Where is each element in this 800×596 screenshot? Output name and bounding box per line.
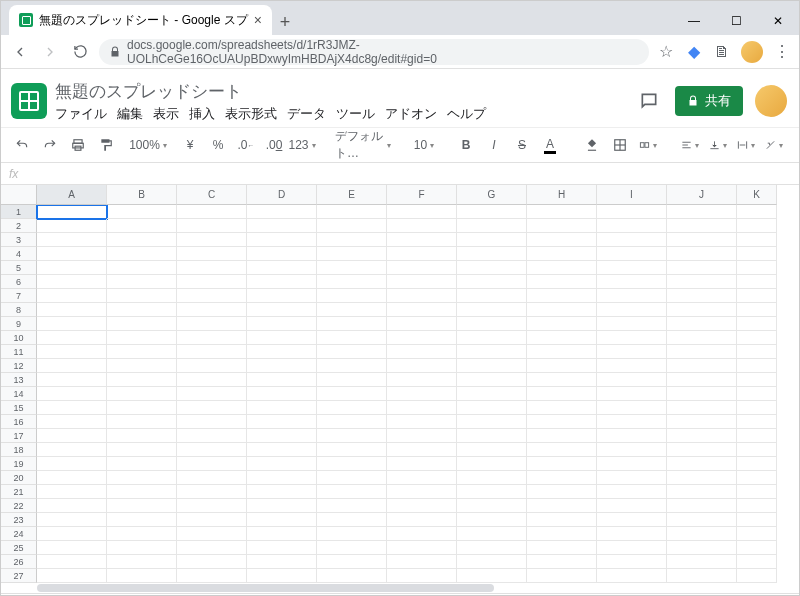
cell[interactable] (527, 569, 597, 583)
profile-avatar[interactable] (741, 41, 763, 63)
share-button[interactable]: 共有 (675, 86, 743, 116)
cell[interactable] (317, 401, 387, 415)
cell[interactable] (387, 471, 457, 485)
cell[interactable] (247, 261, 317, 275)
cell[interactable] (737, 387, 777, 401)
extension-icon[interactable]: ◆ (685, 43, 703, 61)
col-header-E[interactable]: E (317, 185, 387, 205)
cell[interactable] (527, 233, 597, 247)
percent-button[interactable]: % (207, 133, 229, 157)
cell[interactable] (387, 247, 457, 261)
row-header[interactable]: 14 (1, 387, 37, 401)
font-size-dropdown[interactable]: 10 (413, 133, 435, 157)
cell[interactable] (37, 359, 107, 373)
cell[interactable] (247, 317, 317, 331)
cell[interactable] (177, 247, 247, 261)
cell[interactable] (317, 569, 387, 583)
cell[interactable] (387, 569, 457, 583)
row-header[interactable]: 26 (1, 555, 37, 569)
cell[interactable] (107, 205, 177, 219)
cell[interactable] (177, 415, 247, 429)
cell[interactable] (387, 345, 457, 359)
cell[interactable] (597, 415, 667, 429)
cell[interactable] (457, 527, 527, 541)
cell[interactable] (527, 331, 597, 345)
cell[interactable] (37, 345, 107, 359)
cell[interactable] (527, 247, 597, 261)
browser-tab[interactable]: 無題のスプレッドシート - Google スプ × (9, 5, 272, 35)
cell[interactable] (387, 303, 457, 317)
cell[interactable] (317, 275, 387, 289)
row-header[interactable]: 22 (1, 499, 37, 513)
row-header[interactable]: 20 (1, 471, 37, 485)
cell[interactable] (527, 261, 597, 275)
cell[interactable] (667, 429, 737, 443)
cell[interactable] (247, 205, 317, 219)
row-header[interactable]: 18 (1, 443, 37, 457)
cell[interactable] (317, 219, 387, 233)
row-header[interactable]: 19 (1, 457, 37, 471)
cell[interactable] (527, 317, 597, 331)
cell[interactable] (177, 345, 247, 359)
cell[interactable] (177, 513, 247, 527)
menu-format[interactable]: 表示形式 (225, 105, 277, 123)
cell[interactable] (387, 373, 457, 387)
col-header-J[interactable]: J (667, 185, 737, 205)
cell[interactable] (177, 541, 247, 555)
cell[interactable] (37, 569, 107, 583)
strikethrough-button[interactable]: S (511, 133, 533, 157)
cell[interactable] (107, 457, 177, 471)
cell[interactable] (317, 555, 387, 569)
cell[interactable] (37, 457, 107, 471)
row-header[interactable]: 17 (1, 429, 37, 443)
cell[interactable] (177, 289, 247, 303)
kebab-icon[interactable]: ⋮ (773, 43, 791, 61)
cell[interactable] (37, 471, 107, 485)
menu-help[interactable]: ヘルプ (447, 105, 486, 123)
cell[interactable] (247, 373, 317, 387)
cell[interactable] (247, 555, 317, 569)
cell[interactable] (247, 219, 317, 233)
increase-decimal-button[interactable]: .00 (263, 133, 285, 157)
cell[interactable] (597, 471, 667, 485)
menu-file[interactable]: ファイル (55, 105, 107, 123)
cell[interactable] (107, 219, 177, 233)
cell[interactable] (177, 443, 247, 457)
cell[interactable] (527, 359, 597, 373)
cell[interactable] (177, 317, 247, 331)
row-header[interactable]: 3 (1, 233, 37, 247)
cell[interactable] (387, 275, 457, 289)
cell[interactable] (387, 317, 457, 331)
menu-tools[interactable]: ツール (336, 105, 375, 123)
cell[interactable] (737, 275, 777, 289)
cell[interactable] (37, 317, 107, 331)
cell[interactable] (527, 471, 597, 485)
row-header[interactable]: 12 (1, 359, 37, 373)
italic-button[interactable]: I (483, 133, 505, 157)
cell[interactable] (317, 527, 387, 541)
cell[interactable] (247, 331, 317, 345)
cell[interactable] (597, 499, 667, 513)
cell[interactable] (247, 415, 317, 429)
cell[interactable] (107, 527, 177, 541)
cell[interactable] (667, 387, 737, 401)
cell[interactable] (177, 499, 247, 513)
cell[interactable] (527, 541, 597, 555)
cell[interactable] (667, 331, 737, 345)
cell[interactable] (317, 471, 387, 485)
cell[interactable] (737, 219, 777, 233)
cell[interactable] (37, 513, 107, 527)
cell[interactable] (37, 541, 107, 555)
cell[interactable] (107, 345, 177, 359)
currency-button[interactable]: ¥ (179, 133, 201, 157)
cell[interactable] (37, 527, 107, 541)
cell[interactable] (387, 443, 457, 457)
cell[interactable] (737, 499, 777, 513)
cell[interactable] (107, 387, 177, 401)
cell[interactable] (457, 303, 527, 317)
cell[interactable] (177, 555, 247, 569)
cell[interactable] (527, 289, 597, 303)
cell[interactable] (737, 303, 777, 317)
row-header[interactable]: 13 (1, 373, 37, 387)
cell[interactable] (387, 457, 457, 471)
